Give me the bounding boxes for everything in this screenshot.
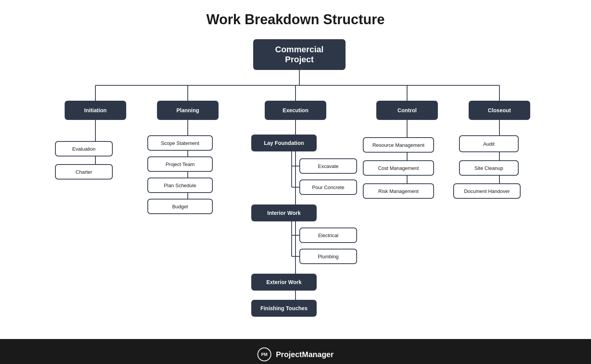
control-node: Control xyxy=(376,101,438,120)
initiation-node: Initiation xyxy=(65,101,126,120)
project-team-node: Project Team xyxy=(147,156,213,172)
cost-mgmt-node: Cost Management xyxy=(363,160,434,176)
electrical-node: Electrical xyxy=(299,228,357,243)
footer-logo: PM xyxy=(257,347,271,361)
plan-schedule-node: Plan Schedule xyxy=(147,178,213,193)
finishing-touches-node: Finishing Touches xyxy=(251,300,317,317)
interior-work-node: Interior Work xyxy=(251,204,317,221)
exterior-work-node: Exterior Work xyxy=(251,274,317,291)
risk-mgmt-node: Risk Management xyxy=(363,183,434,199)
footer: PM ProjectManager xyxy=(0,339,591,364)
budget-node: Budget xyxy=(147,199,213,214)
pour-concrete-node: Pour Concrete xyxy=(299,180,357,195)
evaluation-node: Evaluation xyxy=(55,141,113,156)
footer-brand: ProjectManager xyxy=(276,350,334,359)
site-cleanup-node: Site Cleanup xyxy=(459,160,519,176)
root-node: Commercial Project xyxy=(253,39,346,70)
closeout-node: Closeout xyxy=(469,101,530,120)
execution-node: Execution xyxy=(265,101,326,120)
audit-node: Audit xyxy=(459,135,519,152)
page-title: Work Breakdown Structure xyxy=(206,12,384,28)
plumbing-node: Plumbing xyxy=(299,249,357,264)
excavate-node: Excavate xyxy=(299,158,357,174)
charter-node: Charter xyxy=(55,164,113,180)
scope-node: Scope Statement xyxy=(147,135,213,151)
doc-handover-node: Document Handover xyxy=(453,183,521,199)
resource-mgmt-node: Resource Management xyxy=(363,137,434,153)
planning-node: Planning xyxy=(157,101,219,120)
lay-foundation-node: Lay Foundation xyxy=(251,135,317,151)
